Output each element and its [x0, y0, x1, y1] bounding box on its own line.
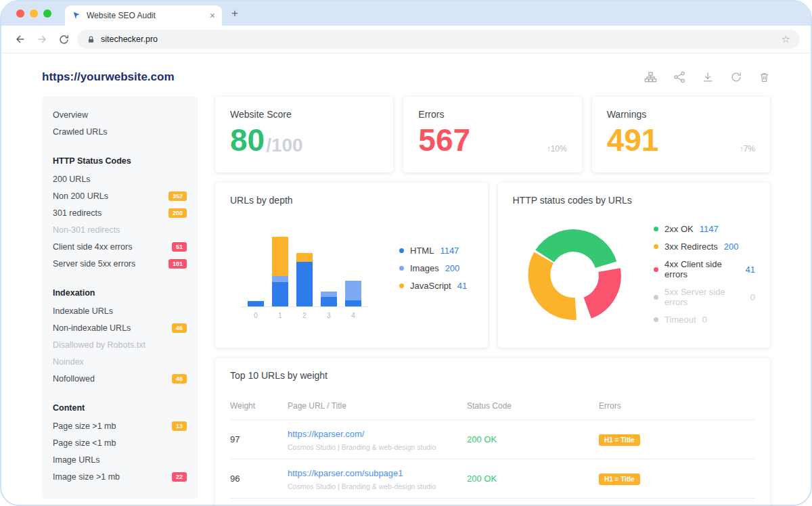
sidebar-item-label: Overview — [53, 110, 88, 120]
donut-segment — [587, 270, 610, 308]
new-tab-button[interactable]: + — [231, 7, 238, 20]
sidebar-item[interactable]: Page size >1 mb13 — [53, 417, 187, 434]
sidebar-item-label: Noindex — [53, 357, 84, 367]
count-badge: 352 — [168, 191, 187, 201]
bar-segment-html — [272, 282, 288, 306]
sidebar-item-label: Image URLs — [53, 455, 99, 465]
close-window-button[interactable] — [16, 9, 24, 18]
stat-trend: ↑7% — [740, 144, 755, 156]
legend-item: JavaScript41 — [399, 281, 467, 291]
status-code-cell: 200 OK — [467, 434, 599, 444]
reload-button[interactable] — [55, 31, 72, 47]
bar-segment-images — [321, 292, 337, 297]
sidebar-item[interactable]: Page size <1 mb — [53, 434, 187, 451]
sidebar-item-label: Non 200 URLs — [53, 191, 108, 201]
weight-cell: 96 — [230, 474, 288, 484]
sidebar-section: HTTP Status Codes200 URLsNon 200 URLs352… — [53, 151, 187, 272]
sidebar-item-label: Server side 5xx errors — [53, 259, 135, 269]
legend-dot — [654, 295, 658, 300]
top-urls-card: Top 10 URLs by weight WeightPage URL / T… — [215, 358, 770, 506]
sidebar-item[interactable]: Server side 5xx errors101 — [53, 255, 187, 272]
sidebar-item[interactable]: Non-indexable URLs46 — [53, 319, 187, 336]
page-header: https://yourwebsite.com — [37, 58, 775, 97]
sitemap-icon[interactable] — [644, 71, 657, 83]
status-codes-card: HTTP status codes by URLs 2xx OK11473xx … — [498, 183, 771, 348]
browser-tab[interactable]: Website SEO Audit × — [65, 5, 222, 26]
legend-item: 2xx OK1147 — [654, 224, 755, 234]
stat-card: Errors567↑10% — [403, 97, 581, 172]
bar-stack — [345, 281, 361, 306]
sidebar-item[interactable]: Disallowed by Robots.txt — [53, 336, 187, 353]
sidebar-item[interactable]: 200 URLs — [53, 170, 187, 187]
legend-item: Images200 — [399, 263, 467, 273]
forward-button[interactable] — [34, 31, 50, 47]
sidebar-item[interactable]: 301 redirects200 — [53, 204, 187, 221]
legend-dot — [654, 227, 658, 231]
bar-stack — [321, 292, 337, 306]
bar-column — [296, 253, 313, 306]
stat-suffix: /100 — [266, 135, 303, 156]
sidebar-item[interactable]: Non-301 redirects — [53, 221, 187, 238]
bar-chart-title: URLs by depth — [230, 195, 473, 206]
legend-label: 5xx Server side errors — [664, 287, 744, 307]
sidebar-item[interactable]: Indexable URLs — [53, 302, 187, 319]
delete-icon[interactable] — [759, 71, 770, 83]
sidebar-item[interactable]: Nofollowed46 — [53, 370, 187, 387]
sidebar-section-header: Indexation — [53, 283, 187, 302]
sidebar-item[interactable]: Image URLs — [53, 451, 187, 468]
legend-value: 1147 — [440, 246, 459, 256]
back-button[interactable] — [12, 31, 28, 47]
urls-by-depth-card: URLs by depth 01234 HTML1147Images200Jav… — [215, 183, 488, 348]
lock-icon — [87, 35, 95, 44]
bookmark-star-icon[interactable]: ☆ — [782, 33, 790, 45]
sidebar: OverviewCrawled URLsHTTP Status Codes200… — [42, 97, 198, 499]
sidebar-item-label: Non-301 redirects — [53, 225, 120, 235]
bar-axis-label: 0 — [248, 311, 264, 319]
sidebar-item-label: Page size >1 mb — [53, 421, 116, 431]
sidebar-item-label: 301 redirects — [53, 208, 102, 218]
minimize-window-button[interactable] — [30, 9, 38, 18]
download-icon[interactable] — [702, 71, 714, 83]
page-url-link[interactable]: https://kparser.com/subpage1 — [288, 468, 403, 478]
legend-item: 3xx Redirects200 — [654, 242, 755, 252]
page-url-link[interactable]: https://kparser.com/ — [288, 429, 364, 439]
tab-title: Website SEO Audit — [87, 11, 204, 20]
share-icon[interactable] — [673, 71, 685, 83]
maximize-window-button[interactable] — [43, 9, 51, 18]
sidebar-section: OverviewCrawled URLs — [53, 106, 187, 140]
sidebar-item[interactable]: Image size >1 mb22 — [53, 468, 187, 485]
sidebar-section: ContentPage size >1 mb13Page size <1 mbI… — [53, 398, 187, 485]
legend-item: 4xx Client side errors41 — [654, 259, 755, 279]
legend-label: 4xx Client side errors — [664, 259, 739, 279]
errors-cell: H1 = Title — [599, 472, 755, 485]
stat-value: 567 — [418, 124, 470, 156]
url-text: sitechecker.pro — [101, 34, 776, 44]
stat-trend: ↑10% — [547, 144, 567, 156]
table-header-row: WeightPage URL / TitleStatus CodeErrors — [230, 394, 755, 420]
table-column-header: Weight — [230, 401, 288, 411]
sidebar-item[interactable]: Overview — [53, 106, 187, 123]
bar-segment-javascript — [296, 253, 313, 262]
legend-value: 0 — [750, 292, 755, 302]
sidebar-item[interactable]: Client side 4xx errors51 — [53, 238, 187, 255]
legend-item: HTML1147 — [399, 246, 467, 256]
legend-value: 1147 — [700, 224, 719, 234]
legend-value: 0 — [702, 315, 707, 325]
table-column-header: Errors — [599, 401, 755, 411]
sidebar-item[interactable]: Noindex — [53, 353, 187, 370]
url-subtitle: Cosmos Studio | Branding & web-design st… — [288, 482, 467, 490]
bar-segment-images — [345, 281, 361, 300]
tab-close-icon[interactable]: × — [210, 10, 215, 21]
url-input[interactable]: sitechecker.pro ☆ — [77, 30, 800, 49]
stat-value: 491 — [607, 124, 659, 156]
sidebar-item[interactable]: Non 200 URLs352 — [53, 187, 187, 204]
sidebar-item[interactable]: Crawled URLs — [53, 123, 187, 140]
legend-label: 3xx Redirects — [664, 242, 718, 252]
bar-column — [248, 301, 264, 306]
legend-label: JavaScript — [410, 281, 451, 291]
stat-value-row: 491↑7% — [607, 124, 755, 156]
charts-row: URLs by depth 01234 HTML1147Images200Jav… — [215, 183, 770, 348]
weight-cell: 97 — [230, 434, 288, 444]
refresh-icon[interactable] — [730, 71, 742, 83]
table-body: 97https://kparser.com/Cosmos Studio | Br… — [230, 420, 755, 499]
